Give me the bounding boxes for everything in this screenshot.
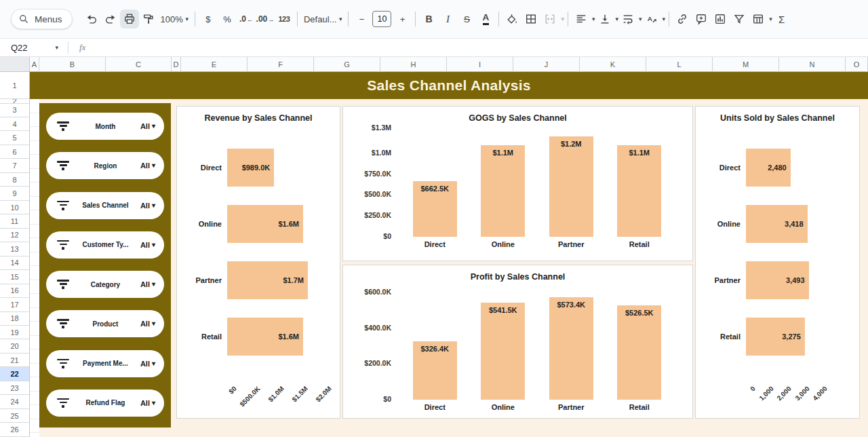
row-header-12[interactable]: 12 <box>0 229 29 242</box>
row-header-24[interactable]: 24 <box>0 395 29 408</box>
table-views-button[interactable] <box>749 10 768 28</box>
row-header-9[interactable]: 9 <box>0 187 29 200</box>
row-header-11[interactable]: 11 <box>0 214 29 228</box>
column-header-N[interactable]: N <box>779 57 846 72</box>
bar-direct: 2,480 <box>746 149 791 187</box>
column-header-D[interactable]: D <box>172 57 181 72</box>
row-header-25[interactable]: 25 <box>0 409 29 423</box>
column-header-A[interactable]: A <box>30 57 39 72</box>
slicer-value-dropdown[interactable]: All▾ <box>140 280 155 288</box>
undo-button[interactable] <box>82 10 101 28</box>
merge-cells-button[interactable] <box>540 10 559 28</box>
increase-font-size-button[interactable]: + <box>393 10 412 28</box>
chevron-down-icon[interactable]: ▾ <box>769 16 772 22</box>
row-header-22[interactable]: 22 <box>0 367 29 381</box>
font-size-input[interactable]: 10 <box>372 11 391 27</box>
insert-link-button[interactable] <box>673 10 692 28</box>
more-formats-button[interactable]: 123 <box>275 10 294 28</box>
units-sold-chart[interactable]: Units Sold by Sales ChannelDirect2,480On… <box>695 106 860 419</box>
row-header-26[interactable]: 26 <box>0 423 29 436</box>
row-header-23[interactable]: 23 <box>0 381 29 395</box>
slicer-refund-flag[interactable]: Refund FlagAll▾ <box>46 390 164 417</box>
column-header-B[interactable]: B <box>39 57 106 72</box>
bold-button[interactable]: B <box>419 10 438 28</box>
format-currency-button[interactable]: $ <box>199 10 218 28</box>
row-header-10[interactable]: 10 <box>0 201 29 214</box>
text-wrap-button[interactable] <box>618 10 637 28</box>
slicer-value-dropdown[interactable]: All▾ <box>140 162 155 170</box>
slicer-customer-ty[interactable]: Customer Ty...All▾ <box>46 231 164 259</box>
row-header-15[interactable]: 15 <box>0 270 29 284</box>
slicer-value-dropdown[interactable]: All▾ <box>140 399 155 407</box>
paint-format-button[interactable] <box>139 10 158 28</box>
italic-button[interactable]: I <box>438 10 457 28</box>
column-header-F[interactable]: F <box>248 57 314 72</box>
chevron-down-icon[interactable]: ▾ <box>561 16 564 22</box>
fill-color-button[interactable] <box>502 10 521 28</box>
row-header-13[interactable]: 13 <box>0 242 29 256</box>
text-rotation-button[interactable]: A <box>642 10 661 28</box>
profit-chart[interactable]: Profit by Sales Channel$600.0K$400.0K$20… <box>342 265 693 419</box>
horizontal-align-button[interactable] <box>572 10 591 28</box>
column-header-G[interactable]: G <box>314 57 380 72</box>
column-header-E[interactable]: E <box>181 57 248 72</box>
row-header-4[interactable]: 4 <box>0 117 29 131</box>
row-header-18[interactable]: 18 <box>0 312 29 326</box>
name-box[interactable]: Q22 ▾ <box>0 43 65 53</box>
row-header-5[interactable]: 5 <box>0 131 29 145</box>
slicer-payment-me[interactable]: Payment Me...All▾ <box>46 350 164 377</box>
slicer-value-dropdown[interactable]: All▾ <box>140 360 155 368</box>
insert-chart-button[interactable] <box>711 10 730 28</box>
font-family-select[interactable]: Defaul... ▾ <box>301 10 345 28</box>
row-header-6[interactable]: 6 <box>0 145 29 159</box>
column-header-J[interactable]: J <box>513 57 580 72</box>
slicer-category[interactable]: CategoryAll▾ <box>46 271 164 298</box>
decrease-font-size-button[interactable]: − <box>352 10 371 28</box>
row-header-8[interactable]: 8 <box>0 173 29 187</box>
slicer-value-dropdown[interactable]: All▾ <box>140 241 155 249</box>
gogs-chart[interactable]: GOGS by Sales Channel$1.3M$1.0M$750.0K$5… <box>342 106 693 261</box>
sheet-grid[interactable]: Sales Channel Analysis MonthAll▾RegionAl… <box>30 72 868 437</box>
slicer-month[interactable]: MonthAll▾ <box>46 113 164 140</box>
functions-button[interactable]: Σ <box>772 10 791 28</box>
column-header-C[interactable]: C <box>106 57 172 72</box>
slicer-value-dropdown[interactable]: All▾ <box>140 320 155 328</box>
slicer-product[interactable]: ProductAll▾ <box>46 310 164 337</box>
format-percent-button[interactable]: % <box>218 10 237 28</box>
row-header-16[interactable]: 16 <box>0 284 29 298</box>
revenue-chart[interactable]: Revenue by Sales ChannelDirect$989.0KOnl… <box>176 106 340 419</box>
slicer-region[interactable]: RegionAll▾ <box>46 152 164 179</box>
vertical-align-button[interactable] <box>595 10 614 28</box>
row-header-7[interactable]: 7 <box>0 159 29 172</box>
slicer-value-dropdown[interactable]: All▾ <box>140 122 155 130</box>
text-color-button[interactable]: A <box>476 10 495 28</box>
print-button[interactable] <box>120 10 139 28</box>
borders-button[interactable] <box>521 10 540 28</box>
row-header-19[interactable]: 19 <box>0 326 29 339</box>
row-header-3[interactable]: 3 <box>0 104 29 117</box>
column-header-O[interactable]: O <box>846 57 868 72</box>
redo-button[interactable] <box>101 10 120 28</box>
increase-decimal-button[interactable]: .00→ <box>256 10 275 28</box>
row-header-17[interactable]: 17 <box>0 298 29 311</box>
menus-search[interactable]: Menus <box>11 9 73 29</box>
strikethrough-button[interactable]: S <box>457 10 476 28</box>
row-header-21[interactable]: 21 <box>0 354 29 367</box>
column-header-I[interactable]: I <box>447 57 513 72</box>
create-filter-button[interactable] <box>730 10 749 28</box>
chevron-down-icon[interactable]: ▾ <box>663 16 666 22</box>
bar-value-label: $1.2M <box>539 140 604 148</box>
insert-comment-button[interactable] <box>692 10 711 28</box>
column-header-H[interactable]: H <box>380 57 447 72</box>
row-header-1[interactable]: 1 <box>0 72 29 99</box>
row-header-20[interactable]: 20 <box>0 339 29 353</box>
column-header-L[interactable]: L <box>646 57 713 72</box>
select-all-corner[interactable] <box>0 57 30 72</box>
zoom-select[interactable]: 100% ▾ <box>158 10 191 28</box>
slicer-value-dropdown[interactable]: All▾ <box>140 202 155 210</box>
decrease-decimal-button[interactable]: .0← <box>237 10 256 28</box>
slicer-sales-channel[interactable]: Sales ChannelAll▾ <box>46 192 164 219</box>
column-header-K[interactable]: K <box>580 57 646 72</box>
row-header-14[interactable]: 14 <box>0 256 29 270</box>
column-header-M[interactable]: M <box>713 57 779 72</box>
